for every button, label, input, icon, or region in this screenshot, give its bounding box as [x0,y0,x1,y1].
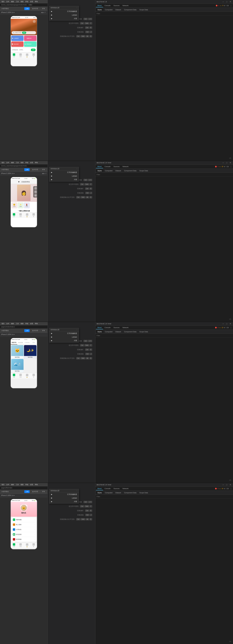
menu-edit-2[interactable]: 编辑 [10,161,15,164]
subtab-dataset-3[interactable]: Dataset [114,330,123,333]
nav-home-2[interactable]: 主页 [13,213,15,217]
tab-sources-2[interactable]: Sources [112,165,121,168]
subtab-component-4[interactable]: Component Data [123,491,138,494]
profile-row-feedback-4[interactable]: 📋 意见反馈 › [11,532,36,537]
subtab-component-2[interactable]: Component Data [123,169,138,172]
menu-help[interactable]: 帮助 [34,0,39,3]
menu-view[interactable]: 视图 [20,0,24,3]
filter-input-3[interactable] [97,335,232,336]
subtab-dataset-2[interactable]: Dataset [114,169,123,172]
nav-home-1[interactable]: 主页 [13,53,15,58]
tab-network-2[interactable]: Network [121,165,130,168]
tab-sources-3[interactable]: Sources [112,326,121,329]
subtab-styles-3[interactable]: Styles [96,330,103,333]
menu-settings-2[interactable]: 设置 [29,161,34,164]
subtab-component-1[interactable]: Component Data [123,8,138,11]
ctx-item-editor-1[interactable]: ▶ 打开的编辑器 [49,10,79,13]
menu-help-2[interactable]: 帮助 [34,161,39,164]
tab-sources-4[interactable]: Sources [112,487,121,490]
menu-project[interactable]: 项目 [0,0,5,3]
version-mgmt-btn-1[interactable]: 版本管理 [31,7,39,10]
tab-sources-1[interactable]: Sources [112,4,121,7]
tab-wxml-3[interactable]: Wxml [96,326,103,329]
nav-discover-2[interactable]: 发现 [19,213,22,217]
ctx-item-editor-4[interactable]: ▶打开的编辑器 [49,492,79,496]
ctx-item-daxiong-3[interactable]: ▶大熊 [49,339,79,342]
tab-network-4[interactable]: Network [121,487,130,490]
tab-wxml-1[interactable]: Wxml [96,4,103,7]
upload-btn-2[interactable]: 上传 [24,168,30,171]
dt-more-1[interactable]: ⋮ [230,4,233,7]
profile-row-collection-4[interactable]: ✏ 我的收藏 › [11,517,36,522]
ctx-item-daxiong-4[interactable]: ▶大熊 [49,500,79,504]
nav-me-2[interactable]: 我 [32,213,35,217]
tab-network-3[interactable]: Network [121,326,130,329]
dt-close-2[interactable]: ✕ [229,161,232,164]
ctx-item-daxiong-1[interactable]: ▶ 大熊 [49,17,79,20]
version-mgmt-btn-2[interactable]: 版本管理 [31,168,39,171]
menu-file-2[interactable]: 文件 [5,161,10,164]
profile-row-share-4[interactable]: 👥 分享好友 › [11,527,36,532]
devtools-minimize-1[interactable]: ─ [222,0,225,3]
filter-input-4[interactable] [97,496,232,498]
search-btn-1[interactable]: 搜索 [22,32,26,34]
menu-interface[interactable]: 界面 [24,0,29,3]
menu-file[interactable]: 文件 [5,0,10,3]
subtab-computed-2[interactable]: Computed [103,169,114,172]
subtab-computed-1[interactable]: Computed [103,8,114,11]
subtab-dataset-4[interactable]: Dataset [114,491,123,494]
review-btn-1[interactable]: 评审 [41,7,46,10]
subtab-computed-4[interactable]: Computed [103,491,114,494]
subtab-dataset-1[interactable]: Dataset [114,8,123,11]
subtab-scope-4[interactable]: Scope Data [138,491,149,494]
ctx-item-daxiong-2[interactable]: ▶大熊 [49,178,79,182]
subtab-styles-1[interactable]: Styles [96,8,103,11]
filter-input-2[interactable] [97,174,232,176]
tab-network-1[interactable]: Network [121,4,130,7]
dt-settings-2[interactable]: ⚙ [227,165,230,168]
tab-console-1[interactable]: Console [103,4,112,7]
nav-me-1[interactable]: 我 [32,53,35,58]
ctx-item-lianai-1[interactable]: ▶ LIANAI [49,13,79,17]
menu-interface-2[interactable]: 界面 [24,161,29,164]
dt-more-2[interactable]: ⋮ [230,165,233,168]
dt-maximize-2[interactable]: □ [225,161,228,164]
subtab-scope-3[interactable]: Scope Data [138,330,149,333]
ctx-item-editor-2[interactable]: ▶打开的编辑器 [49,170,79,174]
nav-discover-1[interactable]: 发现 [19,53,22,58]
tab-wxml-4[interactable]: Wxml [96,487,103,490]
ctx-more-1[interactable]: ⋯ [76,7,78,9]
upload-btn-1[interactable]: 上传 [24,7,30,10]
dt-settings-1[interactable]: ⚙ [227,4,230,7]
subtab-styles-2[interactable]: Styles [96,169,103,172]
menu-view-2[interactable]: 视图 [20,161,24,164]
subtab-styles-4[interactable]: Styles [96,491,103,494]
subtab-scope-1[interactable]: Scope Data [138,8,149,11]
tab-console-2[interactable]: Console [103,165,112,168]
share-btn-1[interactable]: 分享 [31,48,36,51]
subtab-scope-2[interactable]: Scope Data [138,169,149,172]
devtools-close-1[interactable]: ✕ [229,0,232,3]
devtools-maximize-1[interactable]: □ [225,0,228,3]
ctx-item-lianai-4[interactable]: ▶LIANAI [49,496,79,500]
menu-tools-2[interactable]: 工具 [15,161,20,164]
profile-row-fans-4[interactable]: 🐾 私人宠粉 › [11,522,36,527]
dt-minimize-2[interactable]: ─ [222,161,225,164]
filter-input-1[interactable] [97,13,232,14]
menu-settings[interactable]: 设置 [29,0,34,3]
nav-lock-2[interactable]: 🔒 [26,213,28,217]
menu-edit[interactable]: 编辑 [10,0,15,3]
tab-console-4[interactable]: Console [103,487,112,490]
subtab-computed-3[interactable]: Computed [103,330,114,333]
menu-project-2[interactable]: 项目 [0,161,5,164]
ctx-item-lianai-3[interactable]: ▶LIANAI [49,335,79,339]
profile-row-service-4[interactable]: 🎧 联系客服 › [11,537,36,542]
tab-wxml-2[interactable]: Wxml [96,165,103,168]
nav-lock-1[interactable]: 🔒 [26,54,28,58]
review-btn-2[interactable]: 评审 [41,168,46,171]
ctx-item-editor-3[interactable]: ▶打开的编辑器 [49,332,79,335]
menu-tools[interactable]: 工具 [15,0,20,3]
subtab-component-3[interactable]: Component Data [123,330,138,333]
tab-console-3[interactable]: Console [103,326,112,329]
ctx-item-lianai-2[interactable]: ▶LIANAI [49,174,79,178]
